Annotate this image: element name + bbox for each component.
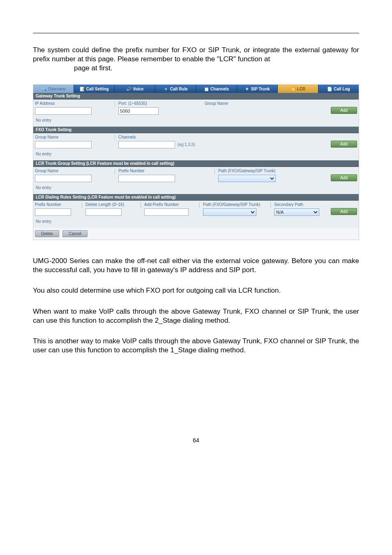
lcrgroup-add-button[interactable]: Add (331, 174, 357, 181)
log-icon: 📄 (327, 86, 332, 91)
tab-lcr[interactable]: 🔀 LCR (278, 85, 318, 93)
dial-noentry: No entry (35, 217, 357, 224)
fxo-channels-label: Channels (118, 135, 242, 140)
paragraph-5: This is another way to make VoIP calls t… (33, 337, 359, 355)
intro-text-1: The system could define the prefix numbe… (33, 46, 359, 63)
lcr-group-name-label: Group Name (35, 169, 113, 174)
dial-add-button[interactable]: Add (331, 208, 357, 215)
fxo-trunk-body: Group Name Channels (eg:1,3,5) Add No en… (33, 133, 359, 160)
star-icon: ✦ (244, 86, 249, 91)
intro-text-2: page at first. (74, 64, 113, 73)
tab-call-rule[interactable]: ≡ Call Rule (155, 85, 196, 93)
group-name-label: Group Name (205, 101, 291, 106)
secondary-path-select[interactable]: N/A (274, 208, 319, 216)
tab-label: LCR (297, 87, 306, 91)
cancel-button[interactable]: Cancel (62, 230, 88, 237)
lcr-group-name-input[interactable] (35, 175, 92, 182)
page-number: 64 (33, 437, 359, 444)
fxo-channels-input[interactable] (118, 141, 175, 148)
arrows-icon: 🔀 (291, 86, 295, 91)
intro-paragraph: The system could define the prefix numbe… (33, 46, 359, 73)
secondary-path-label: Secondary Path (274, 202, 327, 208)
tab-label: Channels (210, 87, 229, 91)
ip-address-label: IP Address (35, 101, 113, 106)
tab-bar: 🔍 Overview 📝 Call Setting 🔊 Voice ≡ Call… (33, 85, 359, 93)
paragraph-4: When want to make VoIP calls through the… (33, 307, 359, 325)
fxo-group-input[interactable] (35, 141, 92, 148)
tab-channels[interactable]: ▦ Channels (196, 85, 237, 93)
horizontal-rule (33, 33, 359, 33)
tab-sip-trunk[interactable]: ✦ SIP Trunk (237, 85, 278, 93)
add-prefix-input[interactable] (144, 208, 189, 216)
lcr-prefix-input[interactable] (118, 175, 175, 182)
tab-label: Call Setting (86, 87, 109, 91)
tab-call-log[interactable]: 📄 Call Log (318, 85, 359, 93)
fxo-group-label: Group Name (35, 135, 113, 140)
port-label: Port: (1~65535) (118, 101, 205, 106)
tab-label: SIP Trunk (251, 87, 270, 91)
dial-path-label: Path (FXO/Gateway/SIP Trunk) (203, 202, 269, 208)
lcr-dial-body: Prefix Number Delete Length (0~16) Add P… (33, 201, 359, 228)
paragraph-3: You also could determine use which FXO p… (33, 286, 359, 295)
paragraph-2: UMG-2000 Series can make the off-net cal… (33, 257, 359, 275)
fxo-channels-hint: (eg:1,3,5) (178, 141, 195, 148)
lcr-path-label: Path (FXO/Gateway/SIP Trunk) (218, 169, 300, 174)
tab-label: Overview (48, 87, 65, 91)
port-input[interactable] (118, 107, 159, 115)
tab-voice[interactable]: 🔊 Voice (115, 85, 155, 93)
fxo-noentry: No entry (35, 149, 357, 157)
delete-button[interactable]: Delete (35, 230, 59, 237)
lcr-group-header: LCR Trunk Group Setting (LCR Feature mus… (33, 160, 359, 167)
delete-length-input[interactable] (85, 208, 122, 216)
gateway-trunk-header: Gateway Trunk Setting (33, 93, 359, 99)
tab-label: Voice (133, 87, 143, 91)
note-icon: 📝 (80, 86, 85, 91)
tab-label: Call Rule (170, 87, 188, 91)
delete-length-label: Delete Length (0~16) (85, 202, 139, 208)
tab-label: Call Log (334, 87, 350, 91)
bottom-button-bar: Delete Cancel (33, 228, 359, 240)
tab-call-setting[interactable]: 📝 Call Setting (74, 85, 115, 93)
gateway-trunk-body: IP Address Port: (1~65535) Group Name Ad… (33, 99, 359, 127)
magnifier-icon: 🔍 (42, 86, 46, 91)
lcr-path-select[interactable] (218, 175, 276, 182)
dial-prefix-label: Prefix Number (35, 202, 80, 208)
fxo-add-button[interactable]: Add (331, 141, 357, 148)
lcrgroup-noentry: No entry (35, 183, 357, 191)
grid-icon: ▦ (204, 86, 209, 91)
add-prefix-label: Add Prefix Number (144, 202, 198, 208)
gateway-add-button[interactable]: Add (331, 107, 357, 114)
tab-overview[interactable]: 🔍 Overview (33, 85, 74, 93)
fxo-trunk-header: FXO Trunk Setting (33, 127, 359, 133)
dial-path-select[interactable] (203, 208, 256, 216)
lcr-group-body: Group Name Prefix Number Path (FXO/Gatew… (33, 167, 359, 194)
ip-address-input[interactable] (35, 107, 92, 115)
lcr-dial-header: LCR Dialing Rules Setting (LCR Feature m… (33, 194, 359, 201)
gateway-noentry: No entry (35, 116, 357, 123)
lcr-settings-screenshot: 🔍 Overview 📝 Call Setting 🔊 Voice ≡ Call… (33, 84, 359, 240)
dial-prefix-input[interactable] (35, 208, 71, 216)
lcr-prefix-label: Prefix Number (118, 169, 213, 174)
voice-icon: 🔊 (126, 86, 131, 91)
list-icon: ≡ (164, 86, 168, 91)
